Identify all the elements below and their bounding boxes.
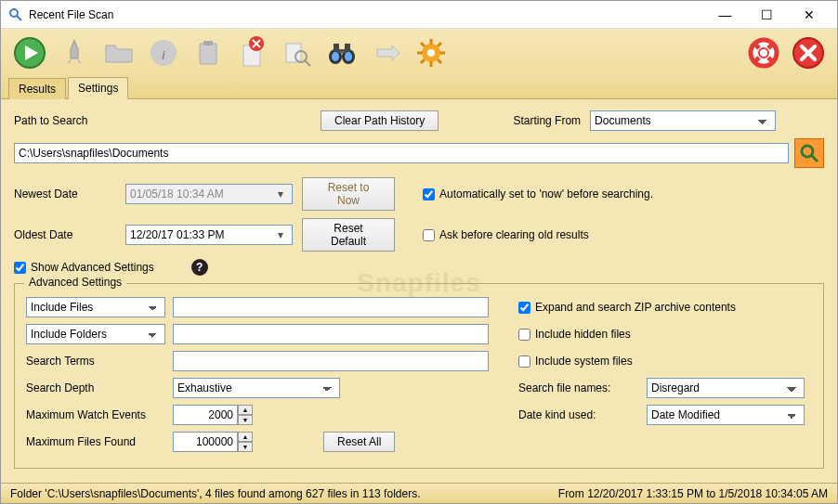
svg-line-32 <box>754 44 759 48</box>
max-watch-spinner[interactable]: ▲▼ <box>173 405 253 425</box>
search-names-label: Search file names: <box>518 381 639 394</box>
include-folders-input[interactable] <box>173 324 489 344</box>
swap-toolbar-button[interactable] <box>367 33 406 72</box>
help-icon[interactable]: ? <box>191 259 208 276</box>
reset-to-now-button[interactable]: Reset to Now <box>302 177 395 211</box>
hidden-files-checkbox[interactable]: Include hidden files <box>518 328 631 341</box>
advanced-legend: Advanced Settings <box>24 276 126 289</box>
toolbar: i <box>1 29 837 77</box>
help-toolbar-button[interactable] <box>744 33 783 72</box>
max-watch-label: Maximum Watch Events <box>26 408 165 421</box>
newest-date-picker[interactable]: ▾ <box>125 184 293 204</box>
advanced-settings-group: Advanced Settings Include Files Expand a… <box>14 283 824 469</box>
reset-all-button[interactable]: Reset All <box>323 432 395 452</box>
spin-down-icon[interactable]: ▼ <box>238 442 253 452</box>
svg-line-12 <box>305 60 310 66</box>
include-files-combo[interactable]: Include Files <box>26 297 165 317</box>
svg-line-25 <box>421 43 425 46</box>
svg-line-28 <box>438 43 441 46</box>
findfiles-toolbar-button[interactable] <box>278 33 317 72</box>
svg-line-26 <box>438 59 441 63</box>
expand-zip-checkbox[interactable]: Expand and search ZIP archive contents <box>518 301 736 314</box>
spin-up-icon[interactable]: ▲ <box>238 432 253 442</box>
newest-date-label: Newest Date <box>14 187 116 200</box>
max-files-label: Maximum Files Found <box>26 435 165 448</box>
status-right: From 12/20/2017 1:33:15 PM to 1/5/2018 1… <box>558 487 828 500</box>
minimize-button[interactable]: — <box>704 2 746 28</box>
close-button[interactable]: ✕ <box>788 2 830 28</box>
search-terms-input[interactable] <box>173 351 489 371</box>
svg-point-18 <box>332 52 339 61</box>
path-input[interactable] <box>14 143 789 163</box>
folder-toolbar-button[interactable] <box>99 33 138 72</box>
svg-point-29 <box>427 49 435 57</box>
oldest-date-picker[interactable]: ▾ <box>125 225 293 245</box>
spin-up-icon[interactable]: ▲ <box>238 405 253 415</box>
binoculars-toolbar-button[interactable] <box>322 33 361 72</box>
svg-line-1 <box>17 16 21 20</box>
gear-toolbar-button[interactable] <box>412 33 451 72</box>
include-folders-combo[interactable]: Include Folders <box>26 324 165 344</box>
info-toolbar-button[interactable]: i <box>144 33 183 72</box>
path-label: Path to Search <box>14 114 116 127</box>
tabbar: Results Settings <box>1 77 837 99</box>
svg-point-0 <box>10 9 18 17</box>
svg-rect-16 <box>345 44 350 53</box>
include-files-input[interactable] <box>173 297 489 317</box>
ask-clear-checkbox[interactable]: Ask before clearing old results <box>423 228 589 241</box>
window-title: Recent File Scan <box>29 8 704 21</box>
status-left: Folder 'C:\Users\snapfiles\Documents', 4… <box>10 487 420 500</box>
svg-line-27 <box>421 59 425 63</box>
svg-line-33 <box>768 44 773 48</box>
oldest-date-label: Oldest Date <box>14 228 116 241</box>
svg-rect-15 <box>334 44 339 53</box>
clear-path-history-button[interactable]: Clear Path History <box>321 110 439 131</box>
search-launch-button[interactable] <box>794 138 824 168</box>
calendar-drop-icon[interactable]: ▾ <box>273 187 288 200</box>
spin-down-icon[interactable]: ▼ <box>238 415 253 425</box>
settings-panel: Snapfiles Path to Search Clear Path Hist… <box>1 99 837 483</box>
svg-point-37 <box>802 146 813 157</box>
rocket-toolbar-button[interactable] <box>55 33 94 72</box>
calendar-drop-icon[interactable]: ▾ <box>273 228 288 241</box>
svg-rect-7 <box>203 41 213 45</box>
delete-doc-toolbar-button[interactable] <box>233 33 272 72</box>
svg-line-38 <box>812 156 818 162</box>
app-icon <box>8 7 23 22</box>
starting-from-combo[interactable]: Documents <box>590 110 776 131</box>
date-kind-label: Date kind used: <box>518 408 639 421</box>
show-advanced-checkbox[interactable]: Show Advanced Settings <box>14 261 154 274</box>
svg-line-35 <box>768 58 773 62</box>
reset-default-button[interactable]: Reset Default <box>302 218 395 252</box>
svg-rect-10 <box>286 44 301 62</box>
starting-from-label: Starting From <box>513 114 581 127</box>
maximize-button[interactable]: ☐ <box>746 2 788 28</box>
svg-point-19 <box>345 52 352 61</box>
svg-rect-6 <box>200 44 216 64</box>
play-toolbar-button[interactable] <box>10 33 49 72</box>
titlebar: Recent File Scan — ☐ ✕ <box>1 1 837 29</box>
max-files-spinner[interactable]: ▲▼ <box>173 432 253 452</box>
svg-line-34 <box>754 58 759 62</box>
tab-results[interactable]: Results <box>8 78 66 99</box>
statusbar: Folder 'C:\Users\snapfiles\Documents', 4… <box>1 483 837 503</box>
search-depth-combo[interactable]: Exhaustive <box>173 378 340 398</box>
auto-now-checkbox[interactable]: Automatically set to 'now' before search… <box>423 187 653 200</box>
search-names-combo[interactable]: Disregard <box>647 378 805 398</box>
exit-toolbar-button[interactable] <box>789 33 828 72</box>
tab-settings[interactable]: Settings <box>68 77 128 99</box>
search-terms-label: Search Terms <box>26 355 165 368</box>
svg-point-31 <box>759 48 768 58</box>
date-kind-combo[interactable]: Date Modified <box>647 405 805 425</box>
svg-rect-17 <box>339 49 345 53</box>
system-files-checkbox[interactable]: Include system files <box>518 355 633 368</box>
search-depth-label: Search Depth <box>26 381 165 394</box>
clipboard-toolbar-button[interactable] <box>189 33 228 72</box>
